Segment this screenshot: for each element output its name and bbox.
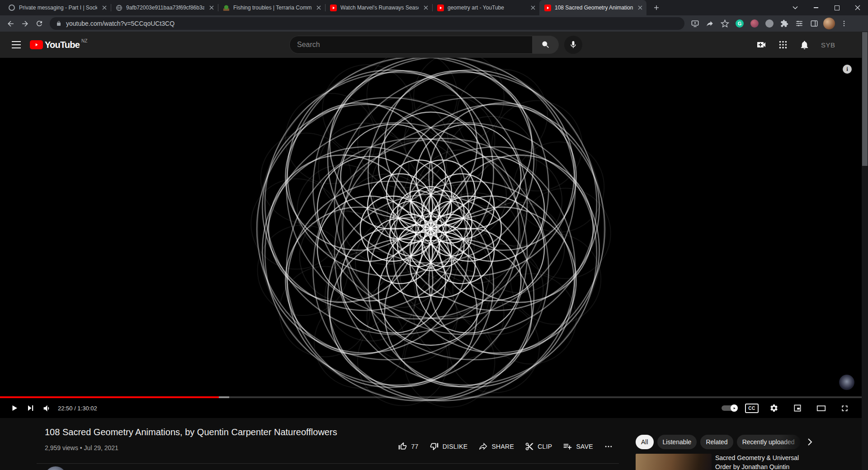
account-avatar[interactable]: SYB xyxy=(821,41,835,49)
tab-close-icon[interactable] xyxy=(637,4,644,11)
url-text[interactable]: youtube.com/watch?v=5CCqoUCt3CQ xyxy=(66,20,175,27)
youtube-play-badge-icon xyxy=(30,40,43,49)
address-bar[interactable]: youtube.com/watch?v=5CCqoUCt3CQ xyxy=(50,17,684,30)
save-button[interactable]: SAVE xyxy=(557,439,599,454)
create-video-icon[interactable] xyxy=(756,39,767,50)
tab-search-chevron-icon[interactable] xyxy=(785,0,806,15)
tab-close-icon[interactable] xyxy=(208,4,215,11)
video-title: 108 Sacred Geometry Animations, by Quent… xyxy=(45,427,515,437)
side-panel-icon[interactable] xyxy=(807,17,821,30)
tab-close-icon[interactable] xyxy=(101,4,108,11)
lock-icon[interactable] xyxy=(56,20,61,27)
reload-icon[interactable] xyxy=(33,17,46,30)
tab-title: 9afb72003e911baa73f69cf86b3ae745 xyxy=(126,5,204,11)
video-player[interactable]: i 22:50 / 1:30:02 CC xyxy=(0,58,862,418)
browser-toolbar: youtube.com/watch?v=5CCqoUCt3CQ G xyxy=(0,15,868,32)
grammarly-extension-icon[interactable]: G xyxy=(733,17,746,30)
browser-window: Private messaging - Part I | Sockets tut… xyxy=(0,0,868,470)
maximize-icon[interactable] xyxy=(826,0,847,15)
extensions-puzzle-icon[interactable] xyxy=(778,17,791,30)
info-icon[interactable]: i xyxy=(843,65,852,74)
chip-listenable[interactable]: Listenable xyxy=(657,435,697,449)
send-share-icon[interactable] xyxy=(703,17,717,30)
tab-terraria-forum[interactable]: Fishing troubles | Terraria Community Fo xyxy=(218,0,325,15)
settings-gear-icon[interactable] xyxy=(766,398,782,418)
dislike-label: DISLIKE xyxy=(443,443,468,450)
closed-captions-icon[interactable]: CC xyxy=(745,404,759,413)
clip-button[interactable]: CLIP xyxy=(519,439,557,454)
volume-icon[interactable] xyxy=(39,398,55,418)
like-button[interactable]: 77 xyxy=(392,439,424,454)
tab-strip: Private messaging - Part I | Sockets tut… xyxy=(0,0,868,15)
tab-private-messaging[interactable]: Private messaging - Part I | Sockets tut… xyxy=(4,0,111,15)
tab-title: Fishing troubles | Terraria Community Fo xyxy=(233,5,311,11)
close-icon[interactable] xyxy=(847,0,868,15)
youtube-favicon-icon xyxy=(330,4,337,11)
tab-title: Watch Marvel's Runaways Season 3 xyxy=(340,5,419,11)
youtube-logo-text: YouTube xyxy=(45,40,80,50)
channel-avatar[interactable] xyxy=(45,466,66,470)
chip-all[interactable]: All xyxy=(636,435,654,449)
scrollbar-thumb[interactable] xyxy=(862,32,868,166)
tab-active-sacred-geometry[interactable]: 108 Sacred Geometry Animations xyxy=(539,0,646,15)
search-button[interactable] xyxy=(533,36,559,54)
video-meta: 2,959 views • Jul 29, 2021 xyxy=(45,444,118,451)
tab-close-icon[interactable] xyxy=(529,4,537,11)
terraria-favicon-icon xyxy=(222,4,230,11)
save-label: SAVE xyxy=(576,443,593,450)
profile-avatar[interactable] xyxy=(822,17,836,30)
extension-ghost-icon[interactable] xyxy=(763,17,776,30)
tab-runaways[interactable]: Watch Marvel's Runaways Season 3 xyxy=(325,0,432,15)
youtube-favicon-icon xyxy=(544,4,551,11)
miniplayer-icon[interactable] xyxy=(789,398,806,418)
share-arrow-icon xyxy=(478,442,488,451)
page-scrollbar[interactable] xyxy=(862,32,868,470)
tab-close-icon[interactable] xyxy=(315,4,322,11)
tab-title: Private messaging - Part I | Sockets tut… xyxy=(19,5,97,11)
suggested-thumbnail[interactable] xyxy=(636,454,712,470)
more-horizontal-icon xyxy=(604,442,613,451)
player-controls: 22:50 / 1:30:02 CC xyxy=(0,398,862,418)
chip-related[interactable]: Related xyxy=(700,435,733,449)
bookmark-star-icon[interactable] xyxy=(718,17,731,30)
hamburger-menu-icon[interactable] xyxy=(12,41,21,48)
tab-close-icon[interactable] xyxy=(422,4,429,11)
clip-scissors-icon xyxy=(525,442,534,451)
video-actions: 77 DISLIKE SHARE CLIP SAVE xyxy=(392,439,618,454)
autoplay-toggle[interactable] xyxy=(722,398,738,418)
apps-grid-icon[interactable] xyxy=(778,40,788,50)
back-icon[interactable] xyxy=(4,17,17,30)
install-app-icon[interactable] xyxy=(688,17,702,30)
suggested-video[interactable]: Sacred Geometry & Universal Order by Jon… xyxy=(636,454,812,470)
voice-search-mic-icon[interactable] xyxy=(564,36,582,54)
more-actions-button[interactable] xyxy=(599,439,618,454)
globe-favicon-icon xyxy=(115,4,123,11)
theater-mode-icon[interactable] xyxy=(813,398,829,418)
tab-hash-page[interactable]: 9afb72003e911baa73f69cf86b3ae745 xyxy=(111,0,218,15)
youtube-logo[interactable]: YouTube NZ xyxy=(30,40,87,50)
search-input[interactable] xyxy=(289,36,533,54)
next-icon[interactable] xyxy=(23,398,39,418)
extension-dot-icon[interactable] xyxy=(748,17,761,30)
chips-chevron-right-icon[interactable] xyxy=(804,435,816,449)
channel-watermark-avatar[interactable] xyxy=(839,375,854,390)
forward-icon[interactable] xyxy=(18,17,32,30)
notifications-bell-icon[interactable] xyxy=(799,40,810,50)
window-controls xyxy=(785,0,868,15)
watch-info-section: 108 Sacred Geometry Animations, by Quent… xyxy=(0,418,862,470)
new-tab-button[interactable] xyxy=(650,1,663,14)
chips-fade xyxy=(779,435,804,449)
suggested-title[interactable]: Sacred Geometry & Universal Order by Jon… xyxy=(715,454,812,470)
thumb-up-icon xyxy=(398,442,407,451)
browser-menu-kebab-icon[interactable] xyxy=(837,17,851,30)
tab-geometry-art[interactable]: geometry art - YouTube xyxy=(432,0,539,15)
share-button[interactable]: SHARE xyxy=(473,439,519,454)
youtube-masthead: YouTube NZ SYB xyxy=(0,32,862,58)
reading-list-icon[interactable] xyxy=(793,17,806,30)
play-icon[interactable] xyxy=(6,398,23,418)
dislike-button[interactable]: DISLIKE xyxy=(424,439,473,454)
fullscreen-icon[interactable] xyxy=(836,398,853,418)
minimize-icon[interactable] xyxy=(806,0,826,15)
masthead-right: SYB xyxy=(756,39,835,50)
tabs-container: Private messaging - Part I | Sockets tut… xyxy=(0,0,646,15)
